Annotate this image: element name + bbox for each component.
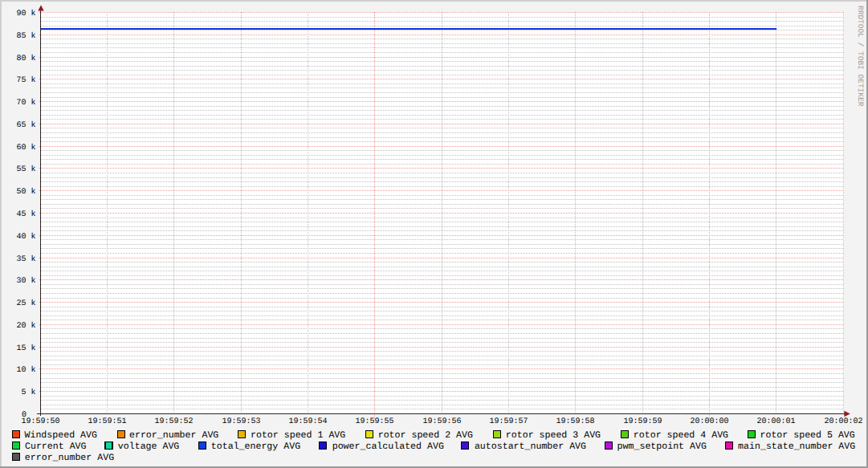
svg-text:rotor speed 4 AVG: rotor speed 4 AVG <box>634 430 728 441</box>
svg-text:20:00:00: 20:00:00 <box>690 417 728 426</box>
svg-text:voltage AVG: voltage AVG <box>118 442 180 452</box>
svg-text:19:59:50: 19:59:50 <box>21 417 59 426</box>
svg-text:error_number AVG: error_number AVG <box>129 430 218 441</box>
svg-text:pwm_setpoint AVG: pwm_setpoint AVG <box>617 442 707 452</box>
svg-text:60 k: 60 k <box>16 143 35 153</box>
svg-text:rotor speed 1 AVG: rotor speed 1 AVG <box>251 430 345 441</box>
svg-text:Windspeed AVG: Windspeed AVG <box>25 430 97 441</box>
svg-text:5 k: 5 k <box>21 388 35 397</box>
svg-text:20:00:02: 20:00:02 <box>824 417 862 426</box>
svg-text:19:59:57: 19:59:57 <box>489 417 528 426</box>
svg-text:30 k: 30 k <box>16 276 35 286</box>
svg-text:19:59:55: 19:59:55 <box>355 417 393 426</box>
svg-text:20 k: 20 k <box>16 321 35 331</box>
svg-text:power_calculated AVG: power_calculated AVG <box>332 442 444 452</box>
svg-text:19:59:59: 19:59:59 <box>623 417 662 426</box>
svg-text:error_number AVG: error_number AVG <box>25 453 114 463</box>
svg-text:Current AVG: Current AVG <box>25 442 87 452</box>
svg-text:main_state_number AVG: main_state_number AVG <box>738 442 855 452</box>
svg-text:rotor speed 3 AVG: rotor speed 3 AVG <box>506 430 601 441</box>
svg-text:40 k: 40 k <box>16 232 35 242</box>
svg-text:20:00:01: 20:00:01 <box>756 417 795 426</box>
svg-text:85 k: 85 k <box>16 31 35 41</box>
svg-text:15 k: 15 k <box>16 344 35 353</box>
svg-text:90 k: 90 k <box>16 9 35 18</box>
svg-text:19:59:51: 19:59:51 <box>88 417 126 426</box>
svg-text:rotor speed 5 AVG: rotor speed 5 AVG <box>760 430 855 441</box>
svg-text:35 k: 35 k <box>16 254 35 264</box>
svg-text:75 k: 75 k <box>16 75 35 85</box>
svg-text:25 k: 25 k <box>16 299 35 308</box>
svg-text:RRDTOOL / TOBI OETIKER: RRDTOOL / TOBI OETIKER <box>856 6 865 107</box>
svg-text:19:59:58: 19:59:58 <box>556 417 594 426</box>
svg-text:autostart_number AVG: autostart_number AVG <box>475 442 586 452</box>
svg-text:50 k: 50 k <box>16 187 35 197</box>
svg-text:rotor speed 2 AVG: rotor speed 2 AVG <box>378 430 473 441</box>
svg-text:total_energy AVG: total_energy AVG <box>211 442 300 452</box>
svg-text:19:59:56: 19:59:56 <box>422 417 461 426</box>
svg-text:70 k: 70 k <box>16 98 35 108</box>
svg-text:80 k: 80 k <box>16 54 35 63</box>
svg-text:65 k: 65 k <box>16 120 35 130</box>
svg-text:19:59:52: 19:59:52 <box>154 417 193 426</box>
svg-text:55 k: 55 k <box>16 165 35 174</box>
svg-text:19:59:54: 19:59:54 <box>288 417 327 426</box>
svg-text:19:59:53: 19:59:53 <box>222 417 260 426</box>
svg-text:45 k: 45 k <box>16 210 35 219</box>
svg-text:10 k: 10 k <box>16 365 35 375</box>
